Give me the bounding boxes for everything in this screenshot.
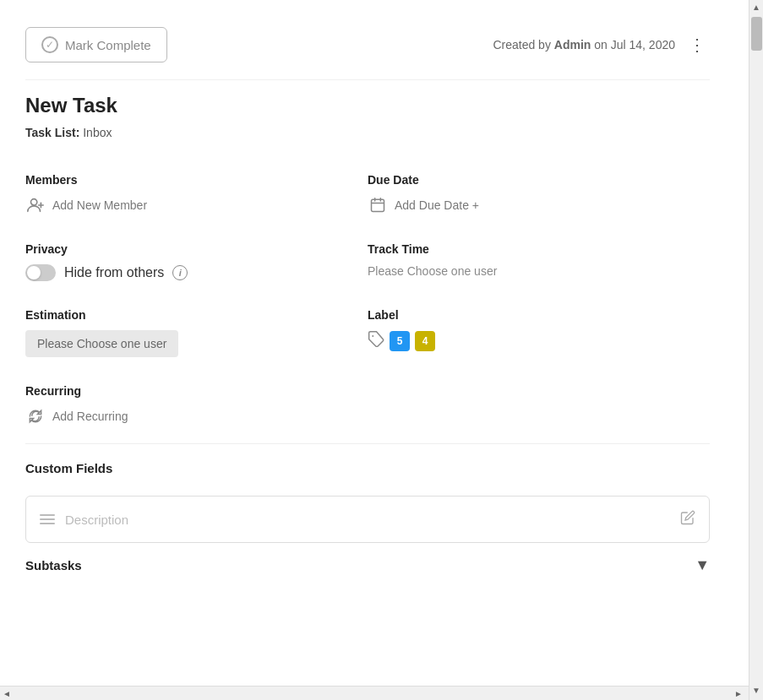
add-due-date-button[interactable]: Add Due Date + <box>368 195 710 215</box>
header-bar: ✓ Mark Complete Created by Admin on Jul … <box>25 17 710 80</box>
custom-fields-section: Custom Fields <box>25 448 710 496</box>
svg-rect-3 <box>372 199 384 211</box>
tag-icon[interactable] <box>368 330 384 351</box>
privacy-toggle[interactable] <box>25 264 56 281</box>
add-recurring-text: Add Recurring <box>52 410 128 423</box>
scroll-down-arrow[interactable]: ▼ <box>751 683 762 697</box>
members-label: Members <box>25 173 368 187</box>
desc-line-1 <box>40 514 55 516</box>
track-time-placeholder: Please Choose one user <box>368 264 710 278</box>
subtasks-section: Subtasks ▼ <box>25 543 710 588</box>
person-icon <box>25 195 46 215</box>
label-badge-yellow[interactable]: 4 <box>415 331 435 351</box>
svg-point-7 <box>372 335 373 337</box>
created-by-text: Created by Admin on Jul 14, 2020 <box>493 38 675 52</box>
recurring-label: Recurring <box>25 384 710 398</box>
subtasks-label: Subtasks <box>25 558 82 572</box>
scroll-up-arrow[interactable]: ▲ <box>751 0 762 14</box>
label-row: 5 4 <box>368 330 710 351</box>
svg-point-0 <box>31 199 37 205</box>
mark-complete-label: Mark Complete <box>65 38 151 52</box>
task-list-value: Inbox <box>83 126 112 139</box>
members-section: Members Add New Member <box>25 160 368 229</box>
due-date-section: Due Date Add Due Date + <box>368 160 710 229</box>
admin-name: Admin <box>554 38 591 52</box>
estimation-placeholder: Please Choose one user <box>37 337 166 350</box>
privacy-info-icon[interactable]: i <box>172 265 188 280</box>
recurring-icon <box>25 406 46 426</box>
track-time-label: Track Time <box>368 242 710 256</box>
add-recurring-button[interactable]: Add Recurring <box>25 406 710 426</box>
track-time-section: Track Time Please Choose one user <box>368 229 710 295</box>
toggle-knob <box>27 266 41 279</box>
label-field-label: Label <box>368 308 710 322</box>
description-lines-icon <box>40 514 55 524</box>
desc-line-2 <box>40 518 55 520</box>
header-meta: Created by Admin on Jul 14, 2020 ⋮ <box>493 31 710 58</box>
label-section: Label 5 4 <box>368 295 710 371</box>
check-icon: ✓ <box>41 36 58 53</box>
add-member-button[interactable]: Add New Member <box>25 195 368 215</box>
divider-1 <box>25 443 710 444</box>
description-placeholder-text: Description <box>65 513 128 527</box>
edit-icon[interactable] <box>680 510 695 529</box>
due-date-label: Due Date <box>368 173 710 187</box>
more-options-button[interactable]: ⋮ <box>685 31 710 58</box>
task-list-label: Task List: <box>25 126 79 139</box>
privacy-section: Privacy Hide from others i <box>25 229 368 295</box>
task-title: New Task <box>25 94 710 117</box>
subtasks-arrow-icon[interactable]: ▼ <box>695 556 710 574</box>
add-due-date-text: Add Due Date + <box>395 198 479 212</box>
privacy-toggle-row: Hide from others i <box>25 264 368 281</box>
scroll-thumb[interactable] <box>751 17 762 51</box>
desc-line-3 <box>40 523 55 524</box>
task-list-line: Task List: Inbox <box>25 126 710 139</box>
recurring-section: Recurring Add Recurring <box>25 371 710 440</box>
estimation-section: Estimation Please Choose one user <box>25 295 368 371</box>
fields-grid: Members Add New Member Due Date <box>25 160 710 371</box>
estimation-label: Estimation <box>25 308 368 322</box>
estimation-dropdown[interactable]: Please Choose one user <box>25 330 178 357</box>
calendar-icon <box>368 195 388 215</box>
scroll-right-arrow[interactable]: ► <box>732 688 745 699</box>
description-left: Description <box>40 513 128 527</box>
scrollbar-vertical[interactable]: ▲ ▼ <box>749 0 763 700</box>
add-member-text: Add New Member <box>52 198 147 212</box>
scroll-left-arrow[interactable]: ◄ <box>0 688 14 699</box>
privacy-label: Privacy <box>25 242 368 256</box>
scrollbar-horizontal[interactable]: ◄ ► <box>0 686 749 700</box>
hide-from-others-text: Hide from others <box>64 265 164 280</box>
mark-complete-button[interactable]: ✓ Mark Complete <box>25 27 167 62</box>
custom-fields-label: Custom Fields <box>25 461 710 475</box>
description-box[interactable]: Description <box>25 496 710 543</box>
label-badge-blue[interactable]: 5 <box>390 331 410 351</box>
